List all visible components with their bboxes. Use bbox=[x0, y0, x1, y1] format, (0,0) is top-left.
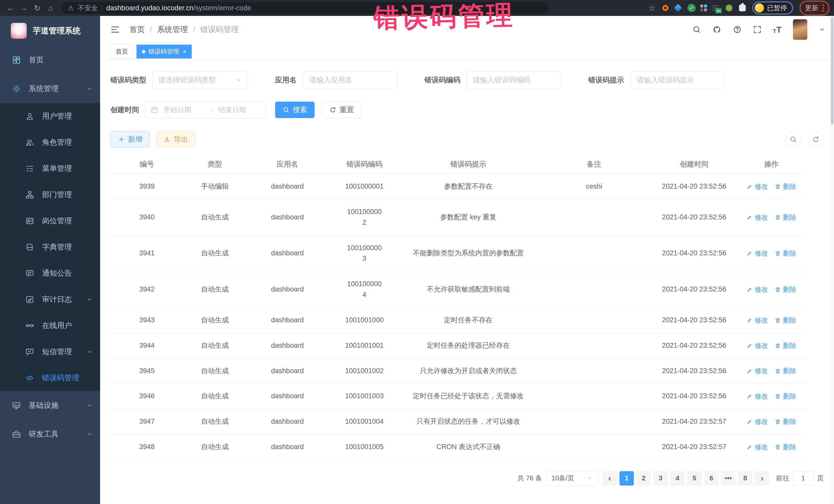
navbar-actions: TT bbox=[692, 19, 825, 40]
export-button[interactable]: 导出 bbox=[156, 131, 196, 148]
show-search-icon[interactable] bbox=[785, 131, 801, 147]
date-range-picker[interactable]: 开始日期 - 结束日期 bbox=[145, 101, 266, 118]
delete-link[interactable]: 删除 bbox=[775, 442, 796, 452]
cell-actions: 修改删除 bbox=[737, 284, 806, 294]
sidebar-item-menu[interactable]: 菜单管理 bbox=[0, 155, 100, 182]
github-icon[interactable] bbox=[712, 25, 722, 34]
edit-link[interactable]: 修改 bbox=[746, 181, 768, 192]
sidebar-item-home[interactable]: 首页 bbox=[0, 46, 100, 74]
add-button[interactable]: 新增 bbox=[110, 131, 150, 148]
extension-puzzle-icon[interactable] bbox=[739, 5, 746, 11]
page-button-2[interactable]: 2 bbox=[636, 471, 651, 485]
search-icon[interactable] bbox=[692, 25, 701, 34]
column-header: 应用名 bbox=[246, 159, 328, 170]
page-button-6[interactable]: 6 bbox=[704, 471, 719, 485]
paused-profile-badge[interactable]: 已暂停 bbox=[752, 2, 793, 14]
fullscreen-icon[interactable] bbox=[753, 25, 762, 34]
edit-link[interactable]: 修改 bbox=[746, 341, 768, 351]
cell-tip: 只允许修改为开启或者关闭状态 bbox=[400, 366, 536, 376]
sidebar-item-role[interactable]: 角色管理 bbox=[0, 129, 100, 155]
delete-link[interactable]: 删除 bbox=[775, 181, 796, 192]
page-scrollbar[interactable] bbox=[830, 16, 834, 504]
sidebar-item-audit-log[interactable]: 审计日志 bbox=[0, 286, 100, 312]
extension-grid-icon[interactable] bbox=[702, 7, 705, 9]
reset-button[interactable]: 重置 bbox=[322, 102, 361, 118]
sidebar-item-post[interactable]: 岗位管理 bbox=[0, 208, 100, 234]
delete-link[interactable]: 删除 bbox=[775, 391, 796, 401]
extension-list-icon[interactable]: on bbox=[712, 5, 719, 11]
close-tab-icon[interactable]: × bbox=[183, 48, 186, 55]
sidebar-item-sms[interactable]: 短信管理 bbox=[0, 339, 100, 365]
prev-page-button[interactable]: ‹ bbox=[602, 471, 617, 485]
goto-page-input[interactable] bbox=[793, 471, 813, 485]
breadcrumb-item[interactable]: 首页 bbox=[129, 24, 145, 35]
delete-link[interactable]: 删除 bbox=[775, 284, 796, 294]
sidebar-item-dict[interactable]: 字典管理 bbox=[0, 234, 100, 260]
browser-back-icon[interactable]: ← bbox=[5, 2, 17, 14]
page-size-select[interactable]: 10条/页 bbox=[547, 470, 598, 486]
browser-home-icon[interactable]: ⌂ bbox=[45, 2, 57, 14]
bookmark-star-icon[interactable]: ☆ bbox=[649, 4, 656, 13]
sidebar-item-dev-tools[interactable]: 研发工具 bbox=[0, 420, 100, 448]
tab-active[interactable]: 错误码管理× bbox=[136, 45, 192, 59]
more-pages-button[interactable]: ••• bbox=[721, 471, 736, 485]
edit-link[interactable]: 修改 bbox=[746, 284, 768, 294]
sidebar-item-infra[interactable]: 基础设施 bbox=[0, 391, 100, 420]
delete-link[interactable]: 删除 bbox=[775, 248, 796, 258]
total-count: 共 76 条 bbox=[518, 474, 542, 483]
page-button-5[interactable]: 5 bbox=[687, 471, 702, 485]
page-button-4[interactable]: 4 bbox=[670, 471, 685, 485]
browser-menu-icon[interactable] bbox=[822, 4, 824, 12]
refresh-table-icon[interactable] bbox=[808, 131, 824, 147]
delete-link[interactable]: 删除 bbox=[775, 212, 796, 222]
edit-link[interactable]: 修改 bbox=[746, 212, 768, 222]
browser-update-button[interactable]: 更新 bbox=[799, 1, 829, 15]
calendar-icon bbox=[151, 106, 158, 114]
edit-link[interactable]: 修改 bbox=[746, 416, 768, 427]
sidebar-item-label: 菜单管理 bbox=[42, 163, 93, 174]
delete-link[interactable]: 删除 bbox=[775, 341, 796, 351]
browser-reload-icon[interactable]: ↻ bbox=[31, 2, 43, 14]
edit-link[interactable]: 修改 bbox=[746, 442, 768, 452]
user-avatar[interactable] bbox=[793, 19, 807, 40]
page-button-1[interactable]: 1 bbox=[619, 471, 634, 485]
search-button[interactable]: 搜索 bbox=[275, 102, 314, 118]
extension-gem-icon[interactable] bbox=[675, 5, 681, 11]
sidebar-item-error-code[interactable]: 错误码管理 bbox=[0, 365, 100, 391]
page-button-8[interactable]: 8 bbox=[738, 471, 752, 485]
app-name-label: 应用名 bbox=[275, 75, 297, 85]
avatar-caret-icon[interactable] bbox=[819, 26, 825, 33]
menu-icon bbox=[25, 164, 35, 173]
extension-orange-icon[interactable] bbox=[662, 5, 668, 11]
edit-link[interactable]: 修改 bbox=[746, 248, 768, 258]
app-name-input[interactable] bbox=[303, 72, 397, 89]
page-button-3[interactable]: 3 bbox=[653, 471, 668, 485]
help-icon[interactable] bbox=[733, 25, 742, 34]
sidebar-item-online-user[interactable]: 在线用户 bbox=[0, 312, 100, 339]
delete-link[interactable]: 删除 bbox=[775, 315, 796, 325]
app-logo[interactable]: 芋道管理系统 bbox=[0, 16, 100, 46]
next-page-button[interactable]: › bbox=[755, 471, 769, 485]
browser-forward-icon[interactable]: → bbox=[18, 2, 30, 14]
font-size-icon[interactable]: TT bbox=[773, 25, 782, 35]
extension-check-icon[interactable]: ✓ bbox=[687, 4, 696, 12]
sidebar-item-dept[interactable]: 部门管理 bbox=[0, 182, 100, 208]
delete-link[interactable]: 删除 bbox=[775, 416, 796, 427]
sidebar-item-system[interactable]: 系统管理 bbox=[0, 74, 100, 103]
edit-link[interactable]: 修改 bbox=[746, 315, 768, 325]
hamburger-icon[interactable] bbox=[110, 25, 120, 35]
error-code-input[interactable] bbox=[466, 72, 561, 89]
filter-error-type: 错误码类型 请选择错误码类型 bbox=[110, 72, 248, 89]
sidebar-item-user[interactable]: 用户管理 bbox=[0, 103, 100, 129]
edit-link[interactable]: 修改 bbox=[746, 366, 768, 376]
scrollbar-thumb[interactable] bbox=[831, 17, 833, 125]
edit-link[interactable]: 修改 bbox=[746, 391, 768, 401]
breadcrumb-item[interactable]: 系统管理 bbox=[157, 24, 188, 35]
delete-link[interactable]: 删除 bbox=[775, 366, 796, 376]
tab-item[interactable]: 首页 bbox=[110, 45, 133, 59]
sidebar-item-notice[interactable]: 通知公告 bbox=[0, 260, 100, 286]
error-type-select[interactable]: 请选择错误码类型 bbox=[152, 72, 248, 89]
extension-key-icon[interactable] bbox=[726, 5, 732, 11]
error-tip-input[interactable] bbox=[630, 72, 725, 89]
column-header: 错误码编码 bbox=[328, 159, 400, 170]
